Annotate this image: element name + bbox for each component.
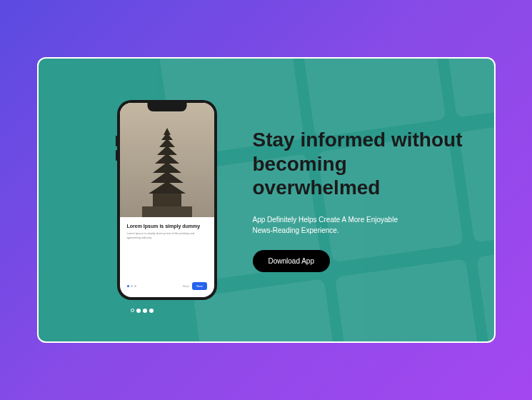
carousel-dot[interactable]	[149, 309, 154, 313]
carousel-dot[interactable]	[143, 309, 147, 313]
hero-card: Lorem Ipsum is simply dummy Lorem Ipsum …	[37, 57, 496, 343]
phone-side-button	[116, 136, 117, 146]
phone-hero-image	[120, 103, 214, 217]
phone-screen: Lorem Ipsum is simply dummy Lorem Ipsum …	[120, 103, 214, 297]
phone-back-button: Back	[183, 284, 189, 288]
phone-pagination-dots	[127, 285, 136, 287]
phone-dot-active	[127, 285, 129, 287]
svg-marker-7	[149, 181, 186, 194]
carousel-dot-active[interactable]	[136, 309, 141, 313]
phone-dot	[131, 285, 133, 287]
phone-article-title: Lorem Ipsum is simply dummy	[127, 223, 207, 229]
phone-mockup: Lorem Ipsum is simply dummy Lorem Ipsum …	[117, 100, 217, 300]
phone-article-description: Lorem Ipsum is simply dummy text of the …	[127, 231, 207, 239]
phone-notch	[147, 103, 186, 111]
pagoda-icon	[142, 124, 192, 217]
phone-mockup-wrapper: Lorem Ipsum is simply dummy Lorem Ipsum …	[67, 100, 217, 300]
download-app-button[interactable]: Download App	[253, 250, 331, 272]
svg-marker-6	[151, 171, 184, 183]
carousel-dot[interactable]	[131, 309, 134, 312]
phone-dot	[134, 285, 136, 287]
phone-next-button: Next	[192, 282, 206, 290]
phone-nav-actions: Back Next	[183, 282, 206, 290]
svg-marker-4	[155, 154, 179, 164]
phone-article-content: Lorem Ipsum is simply dummy Lorem Ipsum …	[120, 217, 214, 245]
svg-marker-5	[153, 162, 181, 173]
phone-footer: Back Next	[120, 282, 214, 290]
hero-headline: Stay informed without becoming overwhelm…	[253, 128, 466, 200]
hero-text-content: Stay informed without becoming overwhelm…	[253, 128, 466, 272]
svg-rect-9	[142, 206, 192, 217]
hero-subtext: App Definitely Helps Create A More Enjoy…	[253, 214, 410, 236]
carousel-pagination	[131, 309, 154, 313]
phone-side-button	[116, 150, 117, 161]
